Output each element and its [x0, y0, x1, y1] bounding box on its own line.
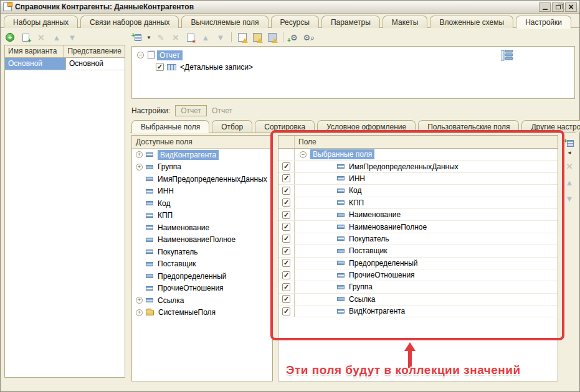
column-header-presentation[interactable]: Представление: [64, 45, 125, 57]
detail-records-label[interactable]: <Детальные записи>: [180, 63, 253, 72]
field-label[interactable]: ВидКонтрагента: [349, 307, 405, 315]
selected-field-row[interactable]: ✓Предопределенный: [278, 258, 558, 269]
close-button[interactable]: ×: [565, 2, 577, 12]
available-field[interactable]: КПП: [132, 210, 272, 222]
selected-field-row[interactable]: ✓НаименованиеПолное: [278, 221, 558, 233]
field-checkbox[interactable]: ✓: [282, 307, 290, 315]
available-field[interactable]: Покупатель: [132, 246, 272, 258]
field-checkbox[interactable]: ✓: [282, 247, 290, 255]
tab-settings[interactable]: Настройки: [516, 16, 571, 29]
selected-field-row[interactable]: ✓Наименование: [278, 209, 558, 221]
field-label[interactable]: Поставщик: [158, 259, 196, 268]
move-item-up-button[interactable]: ▲: [200, 32, 211, 43]
field-label[interactable]: КПП: [349, 198, 364, 207]
tab-user-fields[interactable]: Пользовательские поля: [418, 120, 519, 133]
move-field-up-button[interactable]: ▲: [564, 177, 575, 188]
structure-view-icon[interactable]: [501, 50, 513, 61]
field-label[interactable]: КПП: [158, 211, 173, 220]
field-checkbox[interactable]: ✓: [282, 223, 290, 231]
field-checkbox[interactable]: ✓: [282, 235, 290, 243]
available-field[interactable]: ПрочиеОтношения: [132, 282, 272, 295]
field-label[interactable]: ПрочиеОтношения: [158, 284, 224, 292]
selected-field-row[interactable]: ✓ИмяПредопределенныхДанных: [278, 161, 558, 172]
detail-records-checkbox[interactable]: ✓: [156, 63, 164, 71]
available-field[interactable]: ИНН: [132, 185, 272, 198]
field-column-header[interactable]: Поле: [295, 136, 320, 148]
field-checkbox[interactable]: ✓: [282, 174, 290, 182]
field-label[interactable]: Наименование: [349, 210, 401, 219]
field-label[interactable]: Наименование: [158, 223, 209, 232]
field-checkbox[interactable]: ✓: [282, 162, 290, 170]
group-label[interactable]: Выбранные поля: [310, 149, 374, 159]
selected-field-row[interactable]: ✓ВидКонтрагента: [278, 306, 558, 317]
selected-field-row[interactable]: ✓Покупатель: [278, 233, 558, 245]
open-standard-settings-button[interactable]: [237, 32, 248, 43]
available-field[interactable]: Поставщик: [132, 258, 272, 271]
tab-data-set-links[interactable]: Связи наборов данных: [80, 16, 179, 28]
field-label[interactable]: НаименованиеПолное: [349, 223, 427, 231]
field-label[interactable]: Предопределенный: [349, 259, 418, 268]
expand-icon[interactable]: +: [136, 309, 143, 316]
tab-sorting[interactable]: Сортировка: [255, 120, 315, 133]
settings-report-button[interactable]: Отчет: [175, 105, 207, 116]
selected-field-row[interactable]: ✓Группа: [278, 281, 558, 293]
selected-fields-group-row[interactable]: −Выбранные поля: [278, 149, 558, 161]
available-field[interactable]: +СистемныеПоля: [132, 307, 272, 319]
field-label[interactable]: Предопределенный: [158, 272, 227, 281]
field-label[interactable]: Покупатель: [158, 248, 197, 256]
add-dropdown-caret-icon[interactable]: ◄: [567, 150, 572, 156]
tree-row-detail-records[interactable]: ✓ <Детальные записи>: [132, 61, 574, 73]
delete-selected-field-button[interactable]: ✕: [564, 161, 575, 172]
field-label[interactable]: ВидКонтрагента: [158, 150, 219, 160]
add-user-setting-button[interactable]: ⚙: [288, 32, 300, 43]
available-field[interactable]: НаименованиеПолное: [132, 234, 272, 246]
available-field[interactable]: Наименование: [132, 222, 272, 234]
available-field[interactable]: Код: [132, 197, 272, 210]
load-settings-button[interactable]: [252, 32, 263, 43]
field-label[interactable]: Поставщик: [349, 246, 387, 255]
add-dropdown-caret-icon[interactable]: ▼: [146, 35, 151, 40]
move-field-down-button[interactable]: ▼: [564, 193, 575, 204]
move-variant-up-button[interactable]: ▲: [51, 32, 62, 43]
selected-field-row[interactable]: ✓ПрочиеОтношения: [278, 269, 558, 281]
add-variant-button[interactable]: +: [4, 32, 16, 43]
report-node-label[interactable]: Отчет: [157, 50, 183, 60]
field-checkbox[interactable]: ✓: [282, 187, 290, 195]
settings-wizard-button[interactable]: [185, 32, 196, 43]
delete-variant-button[interactable]: ✕: [36, 32, 47, 43]
selected-field-row[interactable]: ✓КПП: [278, 197, 558, 209]
available-field[interactable]: +ВидКонтрагента: [132, 149, 272, 161]
edit-structure-item-button[interactable]: ✎: [155, 32, 166, 43]
tab-filter[interactable]: Отбор: [212, 120, 252, 133]
variant-presentation-cell[interactable]: Основной: [66, 58, 125, 70]
selected-field-row[interactable]: ✓Поставщик: [278, 245, 558, 257]
tab-resources[interactable]: Ресурсы: [271, 16, 319, 28]
available-field[interactable]: +Группа: [132, 161, 272, 174]
move-item-down-button[interactable]: ▼: [215, 32, 226, 43]
variant-row[interactable]: Основной Основной: [5, 58, 125, 70]
field-label[interactable]: Покупатель: [349, 235, 389, 243]
field-label[interactable]: ИмяПредопределенныхДанных: [349, 162, 459, 171]
collapse-icon[interactable]: −: [137, 52, 144, 58]
field-label[interactable]: НаименованиеПолное: [158, 235, 235, 244]
field-checkbox[interactable]: ✓: [282, 295, 290, 303]
field-checkbox[interactable]: ✓: [282, 211, 290, 219]
field-checkbox[interactable]: ✓: [282, 283, 290, 291]
field-label[interactable]: Группа: [349, 282, 373, 291]
field-checkbox[interactable]: ✓: [282, 271, 290, 279]
field-label[interactable]: ИмяПредопределенныхДанных: [158, 175, 267, 184]
user-settings-view-button[interactable]: ⚙⌕: [303, 32, 315, 43]
tab-selected-fields[interactable]: Выбранные поля: [131, 120, 209, 133]
selected-field-row[interactable]: ✓ИНН: [278, 173, 558, 185]
tab-parameters[interactable]: Параметры: [321, 16, 380, 28]
field-label[interactable]: Код: [349, 186, 361, 195]
field-label[interactable]: Группа: [158, 162, 181, 171]
field-label[interactable]: Ссылка: [158, 296, 184, 305]
available-field[interactable]: ИмяПредопределенныхДанных: [132, 173, 272, 185]
tab-nested-schemas[interactable]: Вложенные схемы: [430, 16, 513, 28]
copy-variant-button[interactable]: [20, 32, 31, 43]
add-selected-field-button[interactable]: +: [564, 138, 575, 149]
tab-data-sets[interactable]: Наборы данных: [4, 16, 78, 28]
tab-calculated-fields[interactable]: Вычисляемые поля: [181, 16, 268, 28]
delete-structure-item-button[interactable]: ✕: [170, 32, 181, 43]
